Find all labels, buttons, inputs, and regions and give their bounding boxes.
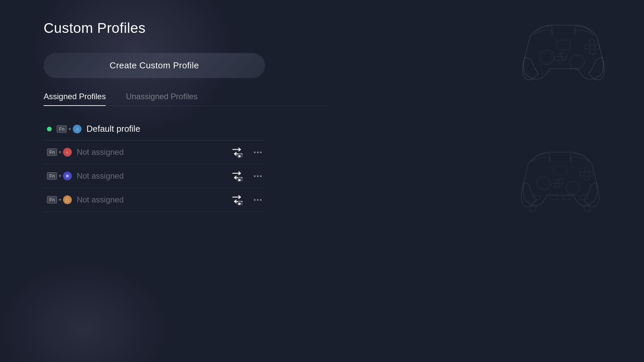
dot xyxy=(254,152,256,153)
more-options-2[interactable] xyxy=(254,175,262,177)
svg-point-20 xyxy=(589,49,595,55)
svg-point-28 xyxy=(580,172,584,176)
slot1-icon-group: Fn + ○ xyxy=(47,148,72,157)
controller-illustrations xyxy=(510,17,617,214)
assign-arrows-svg-3: ▶ xyxy=(231,194,244,205)
dot xyxy=(254,175,256,177)
tab-unassigned-profiles[interactable]: Unassigned Profiles xyxy=(126,92,197,106)
tabs-container: Assigned Profiles Unassigned Profiles xyxy=(44,92,329,106)
fn-badge-2: Fn xyxy=(47,172,57,180)
svg-point-24 xyxy=(537,176,550,190)
default-profile-name: Default profile xyxy=(87,124,244,134)
svg-point-25 xyxy=(566,181,580,194)
dot xyxy=(257,152,259,153)
fn-badge-3: Fn xyxy=(47,196,57,203)
default-profile-row[interactable]: Fn + △ Default profile xyxy=(44,118,265,140)
main-content: Custom Profiles Create Custom Profile As… xyxy=(44,20,329,212)
profile-slot-1[interactable]: Fn + ○ Not assigned ▶ xyxy=(44,140,265,164)
svg-point-13 xyxy=(541,52,552,62)
slot2-icon-group: Fn + ✕ xyxy=(47,172,72,180)
slot3-icon-group: Fn + □ xyxy=(47,195,72,204)
slot2-label: Not assigned xyxy=(77,171,226,181)
svg-point-30 xyxy=(584,176,589,181)
svg-rect-27 xyxy=(551,183,563,187)
assign-icon-2[interactable]: ▶ xyxy=(231,170,244,182)
dot xyxy=(257,175,259,177)
svg-point-19 xyxy=(589,39,595,45)
svg-rect-34 xyxy=(550,195,557,200)
fn-badge: Fn xyxy=(57,125,67,133)
triangle-button-icon: △ xyxy=(73,125,82,133)
plus-sign-2: + xyxy=(58,173,61,179)
slot3-label: Not assigned xyxy=(77,195,226,204)
assign-icon-3[interactable]: ▶ xyxy=(231,194,244,205)
plus-sign-1: + xyxy=(58,149,61,155)
svg-point-21 xyxy=(594,44,600,50)
fn-badge-1: Fn xyxy=(47,148,57,156)
svg-point-31 xyxy=(589,172,593,176)
more-options-3[interactable] xyxy=(254,199,262,201)
svg-rect-35 xyxy=(563,195,570,200)
assign-arrows-svg-1: ▶ xyxy=(231,146,244,158)
svg-text:▶: ▶ xyxy=(238,201,241,205)
profile-slot-3[interactable]: Fn + □ Not assigned ▶ xyxy=(44,188,265,212)
dot xyxy=(260,152,262,153)
svg-point-37 xyxy=(557,179,563,185)
cross-button-icon-2: ✕ xyxy=(63,172,72,180)
circle-button-icon-1: ○ xyxy=(63,148,72,157)
svg-rect-32 xyxy=(553,166,567,175)
bg-glow-bottom xyxy=(0,261,168,362)
square-button-icon-3: □ xyxy=(63,195,72,204)
tab-assigned-profiles[interactable]: Assigned Profiles xyxy=(44,92,106,106)
svg-point-18 xyxy=(584,44,590,50)
plus-sign: + xyxy=(68,126,71,132)
profiles-list: Fn + △ Default profile Fn + ○ Not assign… xyxy=(44,118,265,212)
slot1-label: Not assigned xyxy=(77,147,226,157)
dot xyxy=(257,199,259,201)
svg-point-15 xyxy=(572,57,582,67)
svg-point-12 xyxy=(539,50,554,64)
svg-text:▶: ▶ xyxy=(238,178,241,182)
create-custom-profile-button[interactable]: Create Custom Profile xyxy=(44,53,265,78)
svg-point-14 xyxy=(570,55,584,69)
more-options-1[interactable] xyxy=(254,152,262,153)
svg-text:▶: ▶ xyxy=(238,154,241,158)
dualsense-controller-illustration xyxy=(510,17,617,85)
dualsense-edge-controller-illustration xyxy=(510,145,610,214)
dot xyxy=(260,175,262,177)
svg-rect-22 xyxy=(557,40,570,50)
default-profile-icon-group: Fn + △ xyxy=(57,125,82,133)
active-indicator xyxy=(47,127,52,131)
dot xyxy=(260,199,262,201)
profile-slot-2[interactable]: Fn + ✕ Not assigned ▶ xyxy=(44,164,265,188)
assign-arrows-svg-2: ▶ xyxy=(231,170,244,182)
assign-icon-1[interactable]: ▶ xyxy=(231,146,244,158)
svg-point-23 xyxy=(560,52,567,59)
dot xyxy=(254,199,256,201)
svg-point-29 xyxy=(584,167,589,172)
plus-sign-3: + xyxy=(58,197,61,203)
page-title: Custom Profiles xyxy=(44,20,329,36)
